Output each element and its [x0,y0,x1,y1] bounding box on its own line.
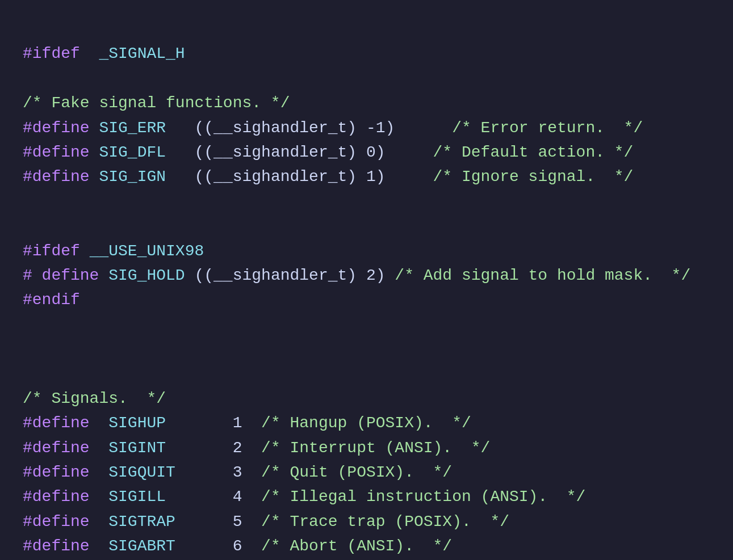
number-token: 5 [233,513,242,530]
plain-token [175,464,233,481]
keyword-token: #define [23,488,90,506]
code-line: #define SIGTRAP 5 /* Trace trap (POSIX).… [23,510,710,534]
plain-token [166,119,194,137]
code-line: #endif [23,288,710,312]
keyword-token: #define [23,414,90,432]
plain-token [166,168,194,186]
number-token: 4 [233,488,242,506]
comment-token: /* Error return. */ [452,119,643,137]
keyword-token: #define [23,144,90,161]
plain-token [166,488,233,506]
number-token: 3 [233,464,242,481]
code-line: #ifdef _SIGNAL_H [23,41,710,66]
keyword-token: #define [23,537,90,555]
plain-token [242,464,262,481]
identifier-token: SIG_DFL [99,144,166,161]
plain-token [242,513,262,530]
keyword-token: #endif [23,291,80,309]
comment-token: /* Add signal to hold mask. */ [395,267,690,284]
plain-token [90,119,99,137]
comment-token: /* Abort (ANSI). */ [261,537,452,555]
code-block: #ifdef _SIGNAL_H /* Fake signal function… [23,17,710,560]
code-line: #define SIGQUIT 3 /* Quit (POSIX). */ [23,460,710,485]
identifier-token: SIGABRT [108,537,175,555]
code-line: #define SIG_ERR ((__sighandler_t) -1) /*… [23,116,710,140]
keyword-token: #define [23,513,90,530]
keyword-token: # define [23,267,99,284]
plain-token: ((__sighandler_t) -1) [194,119,395,137]
plain-token [166,414,233,432]
code-line: /* Signals. */ [23,386,710,411]
number-token: 6 [233,537,242,555]
code-line: #define SIGABRT 6 /* Abort (ANSI). */ [23,534,710,558]
comment-token: /* Fake signal functions. */ [23,94,290,112]
identifier-token: SIG_HOLD [108,267,185,284]
plain-token [90,464,109,481]
plain-token [386,168,433,186]
number-token: 1 [233,414,242,432]
comment-token: /* Hangup (POSIX). */ [261,414,471,432]
code-line: #define SIGILL 4 /* Illegal instruction … [23,485,710,509]
plain-token [175,513,233,530]
plain-token [90,488,109,506]
identifier-token: SIGILL [108,488,166,506]
identifier-token: SIGTRAP [108,513,175,530]
identifier-token: SIGINT [108,439,166,457]
number-token: 2 [233,439,242,457]
plain-token [99,267,108,284]
plain-token: ((__sighandler_t) 0) [194,144,385,161]
code-line: # define SIG_HOLD ((__sighandler_t) 2) /… [23,263,710,288]
plain-token [166,439,233,457]
code-line [23,214,710,238]
identifier-token: SIGQUIT [108,464,175,481]
plain-token [90,513,109,530]
keyword-token: #define [23,168,90,186]
identifier-token: _SIGNAL_H [99,45,185,62]
plain-token [90,414,109,432]
plain-token [80,45,99,62]
plain-token [80,242,90,260]
comment-token: /* Interrupt (ANSI). */ [261,439,490,457]
plain-token [242,488,262,506]
plain-token [242,537,262,555]
plain-token: ((__sighandler_t) 1) [194,168,385,186]
keyword-token: #ifdef [23,242,80,260]
code-line: /* Fake signal functions. */ [23,91,710,115]
keyword-token: #define [23,119,90,137]
keyword-token: #ifdef [23,45,80,62]
plain-token: ((__sighandler_t) 2) [185,267,395,284]
identifier-token: __USE_UNIX98 [90,242,204,260]
comment-token: /* Trace trap (POSIX). */ [261,513,509,530]
comment-token: /* Signals. */ [23,390,166,407]
plain-token [90,168,99,186]
keyword-token: #define [23,464,90,481]
identifier-token: SIG_ERR [99,119,166,137]
plain-token [90,537,109,555]
code-line: #define SIGINT 2 /* Interrupt (ANSI). */ [23,436,710,460]
code-line: #define SIG_IGN ((__sighandler_t) 1) /* … [23,165,710,189]
code-line [23,361,710,386]
comment-token: /* Ignore signal. */ [433,168,634,186]
code-line [23,313,710,337]
identifier-token: SIGHUP [108,414,166,432]
plain-token [395,119,452,137]
plain-token [242,414,262,432]
comment-token: /* Default action. */ [433,144,634,161]
code-line [23,190,710,214]
code-line: #ifdef __USE_UNIX98 [23,239,710,263]
code-line: #define SIG_DFL ((__sighandler_t) 0) /* … [23,140,710,165]
plain-token [166,144,194,161]
plain-token [90,144,99,161]
plain-token [90,439,109,457]
code-line [23,66,710,91]
code-line [23,337,710,361]
keyword-token: #define [23,439,90,457]
plain-token [175,537,233,555]
identifier-token: SIG_IGN [99,168,166,186]
plain-token [242,439,262,457]
comment-token: /* Quit (POSIX). */ [261,464,452,481]
plain-token [386,144,433,161]
code-line: #define SIGHUP 1 /* Hangup (POSIX). */ [23,411,710,435]
comment-token: /* Illegal instruction (ANSI). */ [261,488,585,506]
